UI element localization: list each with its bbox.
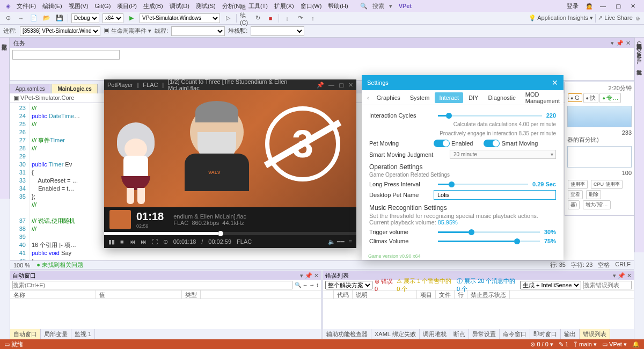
pane-pin-icon[interactable]: 📌: [616, 40, 624, 47]
config-select[interactable]: Debug: [71, 13, 99, 23]
pane-dropdown-icon[interactable]: ▾: [611, 40, 614, 47]
namespace-dropdown[interactable]: ▣ VPet-Simulator.Core: [13, 94, 74, 101]
menu-test[interactable]: 测试(S): [193, 1, 218, 11]
restart-icon[interactable]: ↻: [253, 13, 262, 23]
login-link[interactable]: 登录: [564, 1, 581, 11]
platform-select[interactable]: x64: [103, 13, 123, 23]
window-max-icon[interactable]: ▢: [613, 2, 624, 11]
menu-edit[interactable]: 编辑(E): [40, 1, 65, 11]
menu-debug[interactable]: 调试(D): [167, 1, 192, 11]
smart-moving-toggle[interactable]: [484, 140, 500, 147]
fullscreen-icon[interactable]: ⛶: [152, 238, 158, 245]
tab-watch[interactable]: 监视 1: [71, 329, 95, 339]
pet-name-input[interactable]: [434, 190, 556, 200]
status-errors[interactable]: ⊗ 0 / 0 ▾: [530, 341, 553, 348]
continue-label[interactable]: 继续(C) ▾: [240, 13, 250, 23]
tab-graphics[interactable]: Graphics: [372, 92, 405, 103]
next-icon[interactable]: ⏭: [141, 238, 147, 245]
status-edits[interactable]: ✎ 1: [559, 341, 568, 348]
errlist-search[interactable]: [583, 281, 632, 289]
errlist-scope[interactable]: 整个解决方案: [325, 281, 372, 289]
seek-bar[interactable]: [104, 232, 356, 235]
start-nodebug-icon[interactable]: ▷: [223, 13, 233, 23]
menu-icon[interactable]: ≡: [349, 238, 352, 245]
menu-project[interactable]: 项目(P): [114, 1, 140, 11]
menu-git[interactable]: Git(G): [92, 2, 113, 10]
thread-select[interactable]: [171, 26, 225, 36]
autowin-search[interactable]: [12, 281, 292, 289]
window-min-icon[interactable]: —: [597, 2, 609, 10]
playlist-icon[interactable]: ⊙: [163, 238, 168, 245]
tab-app-xaml[interactable]: App.xaml.cs: [10, 84, 50, 93]
prev-icon[interactable]: ⏮: [129, 238, 135, 245]
process-select[interactable]: [35336] VPet-Simulator.Window…: [20, 26, 100, 36]
pot-max-icon[interactable]: ▢: [339, 82, 344, 89]
step-out-icon[interactable]: ↑: [308, 13, 318, 23]
tab-diy[interactable]: DIY: [464, 92, 482, 103]
nav-fwd-icon[interactable]: →: [16, 13, 26, 23]
stop-btn-icon[interactable]: ■: [120, 238, 124, 245]
play-pause-icon[interactable]: ▮▮: [108, 238, 115, 245]
new-icon[interactable]: 📄: [29, 13, 39, 23]
menu-view[interactable]: 视图(V): [66, 1, 91, 11]
trigger-volume-slider[interactable]: [438, 231, 540, 233]
status-bell-icon[interactable]: 🔔: [632, 341, 640, 348]
pot-close-icon[interactable]: ✕: [348, 82, 353, 89]
bottom-tab[interactable]: 辅助功能检查器: [323, 329, 371, 339]
menu-window[interactable]: 窗口(W): [298, 1, 325, 11]
left-sidebar-tabs[interactable]: 数据库 工具箱: [0, 38, 10, 199]
open-icon[interactable]: 📂: [42, 13, 52, 23]
feedback-icon[interactable]: ☺: [635, 15, 641, 21]
target-select[interactable]: VPet-Simulator.Windows: [140, 13, 220, 23]
tab-interact[interactable]: Interact: [435, 92, 463, 103]
search-box[interactable]: 🔍 搜索 ▾: [357, 0, 395, 12]
tab-system[interactable]: System: [406, 92, 434, 103]
tab-autowin[interactable]: 自动窗口: [10, 329, 41, 339]
app-insights-button[interactable]: 💡 Application Insights ▾: [529, 14, 593, 21]
tab-mod[interactable]: MOD Management: [521, 89, 564, 106]
tab-mainlogic[interactable]: MainLogic.cs: [52, 84, 97, 93]
bottom-tab[interactable]: 输出: [561, 329, 580, 339]
bottom-tab[interactable]: 错误列表: [580, 329, 610, 339]
pot-min-icon[interactable]: —: [328, 82, 334, 89]
status-repo[interactable]: ▭ VPet ▾: [602, 341, 627, 348]
lifecycle-events[interactable]: ▣ 生命周期事件 ▾: [104, 27, 151, 35]
pane-close-icon[interactable]: ✕: [626, 40, 631, 47]
status-branch[interactable]: ᛘ main ▾: [574, 341, 597, 348]
menu-extensions[interactable]: 扩展(X): [272, 1, 297, 11]
tasks-filter-input[interactable]: [12, 50, 120, 60]
menu-build[interactable]: 生成(B): [141, 1, 166, 11]
tabs-right-icon[interactable]: ›: [565, 94, 572, 101]
menu-help[interactable]: 帮助(H): [325, 1, 350, 11]
step-over-icon[interactable]: ↷: [295, 13, 305, 23]
errlist-build[interactable]: 生成 + IntelliSense: [520, 281, 581, 289]
pot-pin-icon[interactable]: 📌: [317, 82, 324, 89]
stop-icon[interactable]: ■: [266, 13, 275, 23]
bottom-tab[interactable]: 断点: [450, 329, 469, 339]
bottom-tab[interactable]: 调用堆栈: [420, 329, 450, 339]
nav-back-icon[interactable]: ⊙: [3, 13, 13, 23]
pet-moving-toggle[interactable]: [434, 140, 450, 147]
climax-volume-slider[interactable]: [438, 241, 540, 242]
right-sidebar-tabs[interactable]: 解决方案资源管理器 Git更改 XAML 实时预览: [634, 38, 644, 252]
bottom-tab[interactable]: 即时窗口: [530, 329, 561, 339]
interaction-cycles-slider[interactable]: [438, 115, 542, 117]
bottom-tab[interactable]: 异常设置: [469, 329, 500, 339]
volume-icon[interactable]: 🔈 ━━: [328, 238, 345, 245]
zoom-level[interactable]: 100 %: [13, 262, 30, 268]
bottom-tab[interactable]: 命令窗口: [500, 329, 530, 339]
bottom-tab[interactable]: XAML 绑定失败: [371, 329, 420, 339]
tab-locals[interactable]: 局部变量: [41, 329, 71, 339]
long-press-slider[interactable]: [438, 184, 528, 185]
tab-diagnostic[interactable]: Diagnostic: [484, 92, 519, 103]
start-debug-icon[interactable]: ▶: [127, 13, 136, 23]
step-into-icon[interactable]: ↓: [282, 13, 292, 23]
tabs-left-icon[interactable]: ‹: [365, 94, 371, 101]
settings-close-icon[interactable]: ✕: [552, 78, 558, 87]
stackframe-select[interactable]: [251, 26, 304, 36]
save-icon[interactable]: 💾: [55, 13, 64, 23]
smart-judge-select[interactable]: 20 minute: [450, 150, 556, 159]
menu-file[interactable]: 文件(F): [14, 1, 39, 11]
video-viewport[interactable]: 3: [104, 90, 356, 207]
window-close-icon[interactable]: ✕: [628, 2, 638, 11]
